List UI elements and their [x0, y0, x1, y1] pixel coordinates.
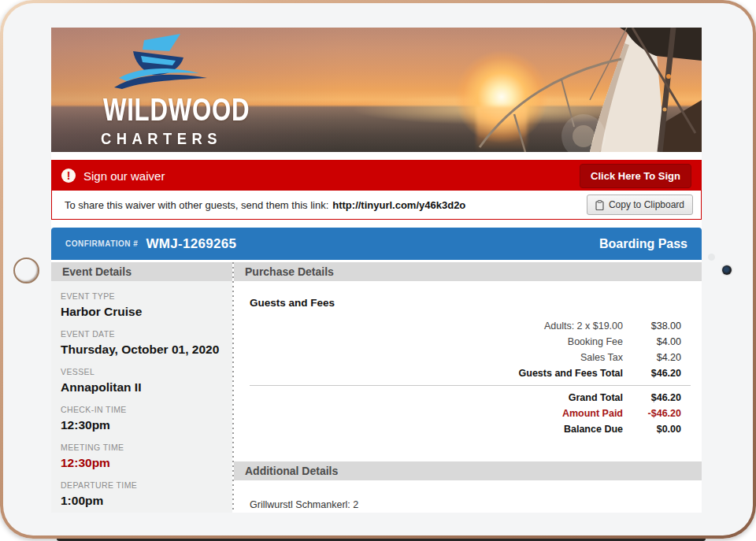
waiver-share-link[interactable]: http://tinyurl.com/y46k3d2o [332, 199, 465, 211]
boat-logo-icon [114, 32, 209, 89]
event-field: DEPARTURE TIME1:00pm [51, 480, 232, 508]
event-field-label: EVENT TYPE [61, 291, 223, 301]
totals-divider [250, 385, 691, 386]
page: WILDWOOD CHARTERS ! Sign our waiver Clic… [0, 0, 756, 541]
fee-rows: Adults: 2 x $19.00$38.00Booking Fee$4.00… [250, 318, 702, 381]
purchase-row-label: Adults: 2 x $19.00 [544, 321, 623, 332]
event-field-value: 12:30pm [61, 456, 223, 470]
details-section: Event Details EVENT TYPEHarbor CruiseEVE… [51, 262, 702, 513]
guests-and-fees-heading: Guests and Fees [250, 297, 702, 309]
purchase-row-label: Balance Due [564, 424, 623, 435]
waiver-card: ! Sign our waiver Click Here To Sign To … [51, 160, 702, 220]
event-field-label: CHECK-IN TIME [61, 405, 223, 414]
event-field: VESSELAnnapolitan II [51, 367, 232, 395]
purchase-row-label: Guests and Fees Total [519, 368, 623, 379]
purchase-details-header: Purchase Details [234, 262, 702, 281]
purchase-row-amount: $0.00 [623, 424, 681, 435]
purchase-row-amount: -$46.20 [623, 408, 681, 419]
purchase-row-amount: $38.00 [623, 321, 681, 332]
clipboard-icon [595, 200, 604, 210]
purchase-row-amount: $46.20 [623, 392, 681, 403]
wildwood-charters-logo: WILDWOOD CHARTERS [87, 32, 236, 148]
confirmation-number: WMJ-1269265 [146, 236, 236, 252]
sailboat-photo-overlay [465, 28, 702, 152]
waiver-alert-bar: ! Sign our waiver Click Here To Sign [52, 161, 701, 191]
purchase-row-amount: $4.00 [623, 336, 681, 347]
confirmation-label: CONFIRMATION # [65, 239, 138, 248]
event-field-value: Annapolitan II [61, 380, 223, 395]
home-button-ring[interactable] [13, 258, 39, 283]
share-instruction-text: To share this waiver with other guests, … [65, 199, 328, 211]
copy-to-clipboard-button[interactable]: Copy to Clipboard [587, 195, 693, 215]
tablet-frame: WILDWOOD CHARTERS ! Sign our waiver Clic… [0, 0, 756, 539]
purchase-row-amount: $46.20 [623, 368, 681, 379]
waiver-share-bar: To share this waiver with other guests, … [52, 191, 701, 219]
event-field-value: Harbor Cruise [61, 305, 223, 319]
purchase-row-label: Sales Tax [580, 352, 623, 363]
event-field-value: Thursday, October 01, 2020 [61, 343, 223, 357]
summary-rows: Grand Total$46.20Amount Paid-$46.20Balan… [250, 390, 702, 437]
purchase-row: Balance Due$0.00 [250, 421, 702, 437]
purchase-row: Guests and Fees Total$46.20 [250, 365, 702, 381]
purchase-row: Booking Fee$4.00 [250, 334, 702, 350]
screen: WILDWOOD CHARTERS ! Sign our waiver Clic… [51, 28, 702, 513]
event-details-panel: Event Details EVENT TYPEHarbor CruiseEVE… [51, 262, 232, 513]
purchase-row-label: Amount Paid [562, 408, 623, 419]
event-field: EVENT DATEThursday, October 01, 2020 [51, 329, 232, 357]
copy-button-label: Copy to Clipboard [609, 199, 684, 210]
purchase-row: Sales Tax$4.20 [250, 350, 702, 365]
alert-icon: ! [61, 169, 76, 183]
logo-text-wildwood: WILDWOOD [103, 94, 220, 125]
event-field: EVENT TYPEHarbor Cruise [51, 291, 232, 319]
event-field: CHECK-IN TIME12:30pm [51, 405, 232, 432]
purchase-row: Adults: 2 x $19.00$38.00 [250, 318, 702, 334]
camera-icon [722, 265, 732, 275]
purchase-row-amount: $4.20 [623, 352, 681, 363]
logo-text-charters: CHARTERS [93, 130, 231, 148]
purchase-row-label: Grand Total [569, 392, 623, 403]
confirmation-bar: CONFIRMATION # WMJ-1269265 Boarding Pass [51, 228, 702, 260]
light-sensor-icon [708, 254, 715, 261]
purchase-row-label: Booking Fee [568, 336, 623, 347]
event-field-label: VESSEL [61, 367, 223, 376]
purchase-row: Grand Total$46.20 [250, 390, 702, 406]
event-details-header: Event Details [51, 262, 232, 281]
waiver-title: Sign our waiver [83, 169, 165, 183]
event-field-label: DEPARTURE TIME [61, 480, 223, 490]
event-field-label: EVENT DATE [61, 329, 223, 339]
additional-details-text: Grillwurstl Schmankerl: 2 [250, 499, 702, 510]
fees-block: Guests and Fees Adults: 2 x $19.00$38.00… [234, 297, 702, 437]
purchase-details-panel: Purchase Details Guests and Fees Adults:… [234, 262, 702, 513]
event-fields-list: EVENT TYPEHarbor CruiseEVENT DATEThursda… [51, 291, 232, 508]
event-field-value: 12:30pm [61, 418, 223, 432]
event-field-label: MEETING TIME [61, 443, 223, 452]
additional-details-header: Additional Details [234, 461, 702, 480]
boarding-pass-label: Boarding Pass [599, 237, 687, 251]
purchase-row: Amount Paid-$46.20 [250, 406, 702, 421]
sign-waiver-button[interactable]: Click Here To Sign [580, 164, 691, 188]
event-field-value: 1:00pm [61, 494, 223, 508]
tablet-bezel: WILDWOOD CHARTERS ! Sign our waiver Clic… [3, 3, 753, 535]
hero-banner: WILDWOOD CHARTERS [51, 28, 702, 152]
event-field: MEETING TIME12:30pm [51, 443, 232, 470]
